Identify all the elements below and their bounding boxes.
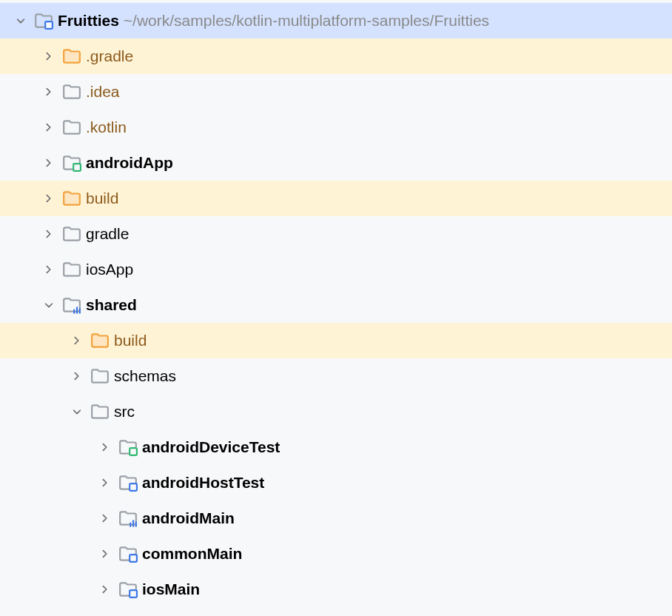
folder-icon: [62, 118, 81, 137]
tree-item-androidhosttest[interactable]: androidHostTest: [0, 465, 672, 500]
tree-item-label: androidApp: [86, 154, 173, 172]
chevron-down-icon[interactable]: [12, 12, 30, 30]
tree-item-label: .gradle: [86, 47, 133, 65]
module-folder-icon: [62, 153, 81, 173]
project-tree: Fruitties ~/work/samples/kotlin-multipla…: [0, 0, 672, 607]
chevron-right-icon[interactable]: [40, 190, 58, 207]
folder-icon: [90, 402, 110, 421]
chevron-right-icon[interactable]: [68, 367, 86, 385]
chevron-right-icon[interactable]: [40, 225, 58, 243]
tree-item-commonmain[interactable]: commonMain: [0, 536, 672, 572]
tree-item-gradle-dot[interactable]: .gradle: [0, 38, 672, 74]
folder-icon: [62, 260, 81, 279]
tree-item-label: build: [114, 332, 147, 349]
chevron-right-icon[interactable]: [40, 261, 58, 278]
chevron-right-icon[interactable]: [96, 438, 114, 456]
tree-item-label: schemas: [114, 367, 176, 385]
module-folder-icon: [34, 11, 53, 30]
module-folder-icon: [62, 295, 81, 315]
tree-item-iosapp[interactable]: iosApp: [0, 252, 672, 287]
chevron-right-icon[interactable]: [96, 580, 114, 598]
tree-item-gradle[interactable]: gradle: [0, 216, 672, 252]
module-folder-icon: [118, 473, 138, 492]
folder-icon: [62, 189, 81, 208]
tree-item-androiddevicetest[interactable]: androidDeviceTest: [0, 429, 672, 465]
tree-item-kotlin[interactable]: .kotlin: [0, 110, 672, 145]
tree-item-root[interactable]: Fruitties ~/work/samples/kotlin-multipla…: [0, 3, 672, 38]
tree-item-iosmain[interactable]: iosMain: [0, 572, 672, 607]
chevron-right-icon[interactable]: [40, 154, 58, 172]
folder-icon: [62, 224, 81, 244]
folder-icon: [90, 366, 110, 386]
tree-item-androidapp[interactable]: androidApp: [0, 145, 672, 181]
tree-item-label: iosApp: [86, 261, 133, 278]
chevron-right-icon[interactable]: [96, 545, 114, 563]
tree-item-label: androidDeviceTest: [142, 438, 280, 456]
chevron-down-icon[interactable]: [68, 403, 86, 421]
tree-item-label: src: [114, 403, 135, 421]
tree-item-schemas[interactable]: schemas: [0, 358, 672, 394]
tree-item-label: gradle: [86, 225, 129, 243]
tree-item-label: iosMain: [142, 580, 200, 598]
tree-item-label: androidHostTest: [142, 474, 264, 492]
folder-icon: [62, 82, 81, 101]
chevron-right-icon[interactable]: [96, 509, 114, 527]
tree-item-label: Fruitties: [58, 12, 119, 30]
tree-item-build[interactable]: build: [0, 181, 672, 216]
folder-icon: [90, 331, 110, 350]
chevron-down-icon[interactable]: [40, 296, 58, 314]
module-folder-icon: [118, 438, 138, 457]
tree-item-src[interactable]: src: [0, 394, 672, 429]
tree-item-idea[interactable]: .idea: [0, 74, 672, 110]
tree-item-shared[interactable]: shared: [0, 287, 672, 323]
tree-item-label: commonMain: [142, 545, 242, 563]
chevron-right-icon[interactable]: [40, 47, 58, 65]
module-folder-icon: [118, 544, 138, 563]
tree-item-label: shared: [86, 296, 137, 314]
module-folder-icon: [118, 580, 138, 599]
tree-item-androidmain[interactable]: androidMain: [0, 500, 672, 536]
module-folder-icon: [118, 509, 138, 528]
chevron-right-icon[interactable]: [68, 332, 86, 349]
chevron-right-icon[interactable]: [40, 118, 58, 136]
tree-item-path: ~/work/samples/kotlin-multiplatform-samp…: [124, 12, 489, 30]
tree-item-label: .idea: [86, 83, 120, 101]
tree-item-shared-build[interactable]: build: [0, 323, 672, 358]
tree-item-label: androidMain: [142, 509, 235, 527]
folder-icon: [62, 47, 81, 66]
tree-item-label: .kotlin: [86, 118, 127, 136]
chevron-right-icon[interactable]: [96, 474, 114, 492]
chevron-right-icon[interactable]: [40, 83, 58, 101]
tree-item-label: build: [86, 190, 118, 207]
